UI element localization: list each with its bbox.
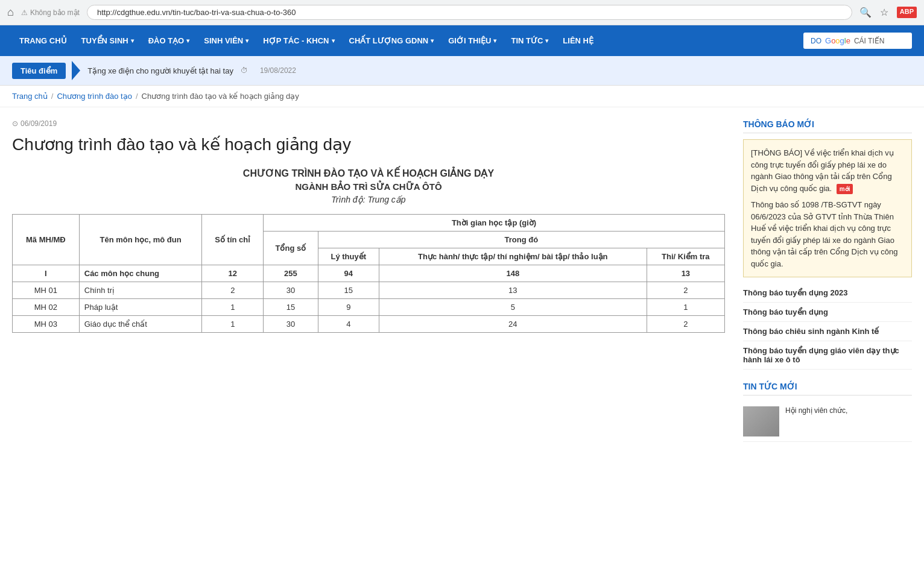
google-do-label: DO — [811, 37, 821, 45]
breadcrumb-sep: / — [51, 92, 54, 101]
cell-tong: 30 — [264, 316, 318, 333]
chevron-down-icon: ▾ — [186, 37, 189, 44]
cell-tinchi: 1 — [202, 299, 264, 316]
cell-tong: 15 — [264, 299, 318, 316]
chevron-down-icon: ▾ — [431, 37, 434, 44]
cell-tinchi: 12 — [202, 265, 264, 282]
cell-tinchi: 1 — [202, 316, 264, 333]
thong-bao-section: THÔNG BÁO MỚI [THÔNG BÁO] Về việc triển … — [743, 119, 912, 370]
security-warning: ⚠ Không bảo mật — [21, 8, 80, 17]
tin-tuc-title: TIN TỨC MỚI — [743, 382, 912, 395]
ticker-date: 19/08/2022 — [260, 66, 296, 75]
cell-ma: I — [13, 265, 80, 282]
ticker-text: Tặng xe điện cho người khuyết tật hai ta… — [87, 66, 233, 75]
tin-tuc-section: TIN TỨC MỚI Hội nghị viên chức, — [743, 382, 912, 442]
thong-bao-detail: Thông báo số 1098 /TB-SGTVT ngày 06/6/20… — [751, 199, 904, 269]
thong-bao-title: THÔNG BÁO MỚI — [743, 119, 912, 133]
chevron-down-icon: ▾ — [245, 37, 248, 44]
table-title2: NGÀNH BẢO TRÌ SỬA CHỮA ÔTÔ — [12, 181, 725, 192]
chevron-down-icon: ▾ — [545, 37, 548, 44]
nav-sinh-vien[interactable]: SINH VIÊN ▾ — [197, 25, 256, 56]
browser-icons: 🔍 ☆ ABP — [859, 7, 917, 18]
cell-tinchi: 2 — [202, 282, 264, 299]
sidebar-link-chieu-sinh[interactable]: Thông báo chiêu sinh ngành Kinh tế — [743, 322, 912, 341]
table-row: MH 03 Giáo dục thể chất 1 30 4 24 2 — [13, 316, 725, 333]
main-nav: TRANG CHỦ TUYỂN SINH ▾ ĐÀO TẠO ▾ SINH VI… — [0, 25, 924, 56]
cell-kt: 2 — [647, 282, 724, 299]
sidebar-link-giao-vien[interactable]: Thông báo tuyển dụng giáo viên dạy thực … — [743, 341, 912, 370]
nav-tuyen-sinh[interactable]: TUYỂN SINH ▾ — [74, 25, 141, 56]
cell-ten: Giáo dục thể chất — [79, 316, 202, 333]
table-row: MH 02 Pháp luật 1 15 9 5 1 — [13, 299, 725, 316]
home-icon[interactable]: ⌂ — [7, 6, 14, 19]
table-heading: CHƯƠNG TRÌNH ĐÀO TẠO VÀ KẾ HOẠCH GIẢNG D… — [12, 168, 725, 204]
col-tinchi: Số tín chỉ — [202, 215, 264, 265]
chevron-down-icon: ▾ — [493, 37, 496, 44]
curriculum-table: Mã MH/MĐ Tên môn học, mô đun Số tín chỉ … — [12, 214, 725, 333]
chevron-down-icon: ▾ — [332, 37, 335, 44]
adblock-icon: ABP — [897, 7, 917, 18]
cell-kt: 2 — [647, 316, 724, 333]
main-layout: ⊙ 06/09/2019 Chương trình đào tạo và kế … — [0, 107, 924, 454]
cell-ten: Chính trị — [79, 282, 202, 299]
breadcrumb-home[interactable]: Trang chủ — [12, 92, 48, 101]
col-trong-do: Trong đó — [318, 232, 724, 248]
google-logo: Google — [825, 36, 850, 45]
cell-tong: 30 — [264, 282, 318, 299]
breadcrumb: Trang chủ / Chương trình đào tạo / Chươn… — [0, 86, 924, 107]
bookmark-icon[interactable]: ☆ — [880, 7, 888, 18]
ticker-bar: Tiêu điểm Tặng xe điện cho người khuyết … — [0, 56, 924, 86]
tin-tuc-text: Hội nghị viên chức, — [785, 406, 847, 436]
table-subtitle: Trình độ: Trung cấp — [12, 195, 725, 204]
nav-dao-tao[interactable]: ĐÀO TẠO ▾ — [141, 25, 197, 56]
sidebar: THÔNG BÁO MỚI [THÔNG BÁO] Về việc triển … — [743, 119, 912, 442]
chevron-down-icon: ▾ — [131, 37, 134, 44]
nav-chat-luong[interactable]: CHẤT LƯỢNG GDNN ▾ — [342, 25, 441, 56]
table-row: MH 01 Chính trị 2 30 15 13 2 — [13, 282, 725, 299]
nav-lien-he[interactable]: LIÊN HỆ — [555, 25, 601, 56]
cell-ma: MH 01 — [13, 282, 80, 299]
new-badge: mới — [837, 184, 853, 194]
breadcrumb-chuong-trinh[interactable]: Chương trình đào tạo — [57, 92, 131, 101]
thong-bao-highlight-text: [THÔNG BÁO] Về việc triển khai dịch vụ c… — [751, 147, 904, 194]
cell-th: 148 — [379, 265, 647, 282]
nav-items: TRANG CHỦ TUYỂN SINH ▾ ĐÀO TẠO ▾ SINH VI… — [12, 25, 601, 56]
col-tong: Tổng số — [264, 232, 318, 265]
table-title1: CHƯƠNG TRÌNH ĐÀO TẠO VÀ KẾ HOẠCH GIẢNG D… — [12, 168, 725, 179]
cai-tien-label: CÁI TIẾN — [854, 37, 884, 45]
col-thoigian: Thời gian học tập (giờ) — [264, 215, 725, 232]
col-ten: Tên môn học, mô đun — [79, 215, 202, 265]
cell-ly: 15 — [318, 282, 379, 299]
tin-tuc-img — [743, 406, 779, 436]
google-search-box[interactable]: DO Google CÁI TIẾN — [803, 33, 912, 49]
url-bar[interactable]: http://cdgthue.edu.vn/tin-tuc/bao-tri-va… — [87, 5, 852, 20]
cell-ma: MH 02 — [13, 299, 80, 316]
nav-trang-chu[interactable]: TRANG CHỦ — [12, 25, 74, 56]
cell-ly: 9 — [318, 299, 379, 316]
cell-ly: 4 — [318, 316, 379, 333]
col-ma: Mã MH/MĐ — [13, 215, 80, 265]
cell-ten: Pháp luật — [79, 299, 202, 316]
nav-gioi-thieu[interactable]: GIỚI THIỆU ▾ — [441, 25, 504, 56]
cell-ma: MH 03 — [13, 316, 80, 333]
nav-hop-tac[interactable]: HỢP TÁC - KHCN ▾ — [256, 25, 341, 56]
col-th: Thực hành/ thực tập/ thí nghiệm/ bài tập… — [379, 248, 647, 265]
nav-tin-tuc[interactable]: TIN TỨC ▾ — [504, 25, 555, 56]
cell-ten: Các môn học chung — [79, 265, 202, 282]
sidebar-link-tuyen-dung[interactable]: Thông báo tuyển dụng — [743, 303, 912, 322]
article-date: ⊙ 06/09/2019 — [12, 119, 725, 128]
breadcrumb-current: Chương trình đào tạo và kế hoạch giảng d… — [142, 92, 299, 101]
table-row: I Các môn học chung 12 255 94 148 13 — [13, 265, 725, 282]
article-title: Chương trình đào tạo và kế hoạch giảng d… — [12, 134, 725, 156]
cell-kt: 13 — [647, 265, 724, 282]
cell-th: 24 — [379, 316, 647, 333]
content-area: ⊙ 06/09/2019 Chương trình đào tạo và kế … — [12, 119, 743, 442]
cell-ly: 94 — [318, 265, 379, 282]
cell-kt: 1 — [647, 299, 724, 316]
search-icon[interactable]: 🔍 — [859, 7, 872, 18]
clock-icon: ⊙ — [12, 119, 18, 128]
thong-bao-highlight: [THÔNG BÁO] Về việc triển khai dịch vụ c… — [743, 139, 912, 277]
sidebar-link-tuyen-dung-2023[interactable]: Thông báo tuyển dụng 2023 — [743, 283, 912, 303]
cell-tong: 255 — [264, 265, 318, 282]
ticker-arrow — [72, 61, 80, 80]
